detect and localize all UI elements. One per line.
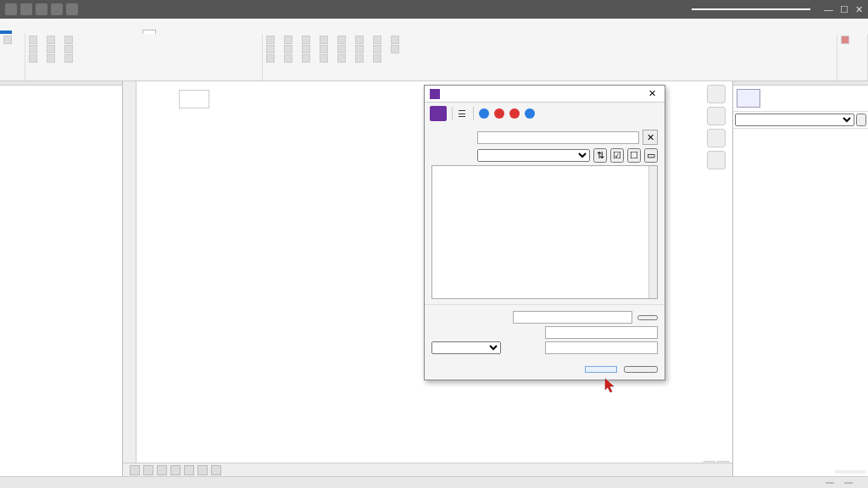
project-browser: [0, 81, 123, 476]
prefix-input[interactable]: [545, 326, 658, 339]
ribbon-panel-ctc: [3, 79, 21, 80]
rb-xl-express[interactable]: [391, 45, 402, 53]
rb-fire-rating[interactable]: [337, 36, 348, 44]
properties-apply-button[interactable]: [835, 470, 865, 474]
vc-sun-icon[interactable]: [157, 465, 167, 475]
export-button[interactable]: [585, 366, 617, 373]
suffix-input[interactable]: [545, 341, 658, 354]
rb-bim-list-admin[interactable]: [284, 45, 295, 53]
rb-family-checker[interactable]: [64, 36, 75, 44]
rb-suite-settings-2[interactable]: [284, 36, 295, 44]
rb-sched-resolver[interactable]: [266, 36, 277, 44]
view-nav-controls: [704, 85, 729, 169]
rb-dim-checker[interactable]: [47, 54, 58, 63]
ribbon-ctc-support[interactable]: [3, 36, 21, 44]
properties-type-icon: [737, 89, 760, 108]
batch-suite-panel: [179, 90, 209, 108]
dialog-check-all-icon[interactable]: ☑: [610, 148, 624, 163]
rb-quick-select[interactable]: [320, 36, 331, 44]
status-bar: [0, 476, 868, 488]
rb-import-link[interactable]: [64, 54, 75, 63]
titlebar: — ☐ ✕: [0, 0, 868, 19]
qat-undo-icon[interactable]: [51, 3, 63, 15]
rb-project-link[interactable]: [302, 54, 313, 63]
dialog-expand-all-icon[interactable]: ⇅: [593, 148, 607, 163]
rb-shared-param[interactable]: [266, 45, 277, 53]
dialog-category-scrollbar[interactable]: [648, 166, 657, 298]
ribbon-tabs: [0, 19, 868, 34]
ribbon-panel-bim-proj: [266, 79, 833, 80]
dialog-help[interactable]: [479, 108, 491, 119]
rb-room-data[interactable]: [373, 36, 384, 44]
view-rail[interactable]: [123, 81, 136, 476]
family-exporter-dialog: ✕ ☰ ✕ ⇅ ☑ ☐ ▭: [424, 85, 665, 380]
rb-fab-sheets[interactable]: [320, 54, 331, 63]
vc-detail-icon[interactable]: [130, 465, 140, 475]
rb-project-cleaner[interactable]: [47, 36, 58, 44]
window-maximize-icon[interactable]: ☐: [840, 4, 849, 15]
dialog-videos[interactable]: [494, 108, 506, 119]
ribbon-panel-hive: [841, 79, 864, 80]
rb-length-calc[interactable]: [302, 45, 313, 53]
dialog-collapse-icon[interactable]: ▭: [644, 148, 658, 163]
rb-type-swapper[interactable]: [266, 54, 277, 63]
dialog-app-icon: [430, 89, 440, 99]
nav-zoom-icon[interactable]: [707, 151, 726, 169]
edit-type-button[interactable]: [856, 114, 866, 126]
status-workset[interactable]: [826, 482, 834, 484]
rb-cloud-remover[interactable]: [47, 45, 58, 53]
help-search[interactable]: [692, 8, 810, 10]
rb-hive[interactable]: [841, 36, 864, 44]
dialog-logo-icon: [430, 106, 447, 121]
dialog-about[interactable]: [525, 108, 537, 119]
rb-occ-flow[interactable]: [355, 36, 366, 44]
ribbon-panel-bim-mgr: [29, 79, 259, 80]
properties-type-selector[interactable]: [735, 114, 854, 126]
dialog-support[interactable]: [509, 108, 521, 119]
vc-hide-icon[interactable]: [198, 465, 208, 475]
status-design-option[interactable]: [844, 482, 853, 484]
rb-room-family[interactable]: [373, 45, 384, 53]
rb-spreadsheet-link[interactable]: [391, 36, 402, 44]
rb-invisibility[interactable]: [337, 45, 348, 53]
revit-app-icon[interactable]: [5, 3, 17, 15]
nav-wheel-icon[interactable]: [707, 107, 726, 125]
qat-redo-icon[interactable]: [66, 3, 78, 15]
rb-renumbering[interactable]: [320, 45, 331, 53]
ribbon: [0, 34, 868, 81]
rb-param-jammer[interactable]: [355, 45, 366, 53]
rb-model-compare[interactable]: [337, 54, 348, 63]
nav-home-icon[interactable]: [707, 85, 726, 103]
browse-button[interactable]: [637, 315, 658, 320]
properties-help-link[interactable]: [736, 470, 832, 474]
dialog-groupby-select[interactable]: [477, 149, 590, 162]
rb-view-creator[interactable]: [373, 54, 384, 63]
window-minimize-icon[interactable]: —: [824, 4, 833, 14]
qat-save-icon[interactable]: [36, 3, 47, 15]
dialog-search-clear-icon[interactable]: ✕: [643, 130, 658, 145]
rb-family-processor[interactable]: [64, 45, 75, 53]
dialog-close-icon[interactable]: ✕: [645, 88, 659, 99]
rb-family-tools[interactable]: [29, 54, 40, 63]
dialog-search-input[interactable]: [477, 131, 639, 144]
subfolder-template-select[interactable]: [431, 341, 501, 354]
project-browser-tree[interactable]: [0, 86, 122, 476]
vc-crop-icon[interactable]: [184, 465, 194, 475]
window-close-icon[interactable]: ✕: [855, 4, 863, 15]
rb-suite-settings[interactable]: [29, 36, 40, 44]
view-control-bar: [123, 463, 732, 476]
export-folder-input[interactable]: [513, 311, 632, 324]
vc-visual-icon[interactable]: [143, 465, 153, 475]
qat-open-icon[interactable]: [20, 3, 32, 15]
rb-detail-link[interactable]: [302, 36, 313, 44]
dialog-uncheck-all-icon[interactable]: ☐: [627, 148, 641, 163]
vc-reveal-icon[interactable]: [211, 465, 221, 475]
dialog-category-list[interactable]: [431, 165, 658, 299]
rb-family-preview[interactable]: [29, 45, 40, 53]
dialog-options[interactable]: ☰: [458, 108, 468, 119]
nav-pan-icon[interactable]: [707, 129, 726, 147]
rb-schedule-xl[interactable]: [355, 54, 366, 63]
rb-bim-browser[interactable]: [284, 54, 295, 63]
vc-shadow-icon[interactable]: [170, 465, 181, 475]
close-button[interactable]: [624, 366, 658, 373]
